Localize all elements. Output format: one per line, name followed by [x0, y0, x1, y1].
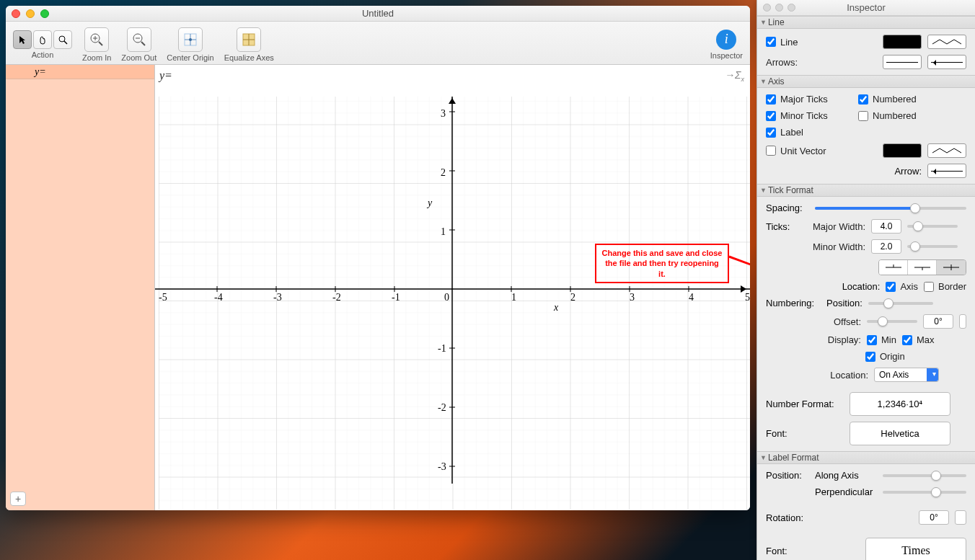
major-width-input[interactable] [871, 219, 901, 234]
tick-axis-checkbox[interactable] [886, 282, 896, 292]
arrow-end-button[interactable] [927, 55, 966, 69]
svg-text:3: 3 [441, 108, 446, 119]
unit-vector-style[interactable] [927, 143, 966, 158]
minor-width-input[interactable] [871, 239, 901, 254]
numbering-position-slider[interactable] [868, 302, 933, 305]
add-equation-button[interactable]: + [10, 492, 26, 506]
equation-row[interactable]: y= [6, 65, 154, 79]
major-width-slider[interactable] [907, 225, 958, 228]
zoom-out-button[interactable] [127, 27, 151, 52]
section-line[interactable]: ▼Line [757, 16, 975, 29]
zoom-tool[interactable] [53, 30, 72, 49]
unit-vector-checkbox[interactable] [766, 146, 776, 156]
svg-text:-1: -1 [438, 343, 446, 354]
tick-border-checkbox[interactable] [924, 282, 934, 292]
window-controls [12, 9, 49, 18]
maximize-button[interactable] [40, 9, 49, 18]
svg-text:2: 2 [570, 292, 575, 303]
equation-sidebar: y= + [6, 65, 155, 510]
svg-text:-2: -2 [438, 402, 446, 413]
content-area: y= + y= →Σx [6, 65, 750, 510]
svg-text:2: 2 [441, 167, 446, 178]
zoom-out-label: Zoom Out [121, 53, 156, 62]
numbering-location-select[interactable]: On Axis [874, 368, 939, 382]
inspector-window-controls [763, 4, 795, 12]
coordinate-grid: -5 -4 -3 -2 -1 0 1 2 3 4 5 1 2 3 -1 -2 [155, 65, 750, 510]
graph-canvas[interactable]: y= →Σx [155, 65, 750, 510]
offset-slider[interactable] [867, 320, 917, 323]
inspector-maximize-button[interactable] [788, 4, 795, 12]
zoom-in-group: Zoom In [82, 27, 111, 62]
section-label-format[interactable]: ▼Label Format [757, 451, 975, 464]
section-axis[interactable]: ▼Axis [757, 75, 975, 88]
inspector-label: Inspector [710, 51, 743, 60]
select-tool[interactable] [13, 30, 32, 49]
axis-label-checkbox[interactable] [766, 128, 776, 138]
annotation-callout: Change this and save and close the file … [595, 244, 729, 283]
numbered2-checkbox[interactable] [858, 111, 868, 121]
svg-text:y: y [426, 197, 433, 208]
svg-line-3 [99, 42, 102, 45]
tick-style-segment[interactable] [878, 259, 966, 275]
line-style-button[interactable] [927, 35, 966, 49]
svg-text:3: 3 [630, 292, 635, 303]
svg-text:x: x [553, 302, 559, 313]
minimize-button[interactable] [26, 9, 35, 18]
equalize-axes-group: Equalize Axes [224, 27, 274, 62]
rotation-stepper[interactable] [955, 510, 966, 525]
tick-font-button[interactable]: Helvetica [850, 422, 950, 445]
center-origin-button[interactable] [178, 27, 203, 52]
inspector-button[interactable]: i [716, 30, 736, 50]
svg-text:-3: -3 [438, 461, 446, 472]
close-button[interactable] [12, 9, 20, 18]
perpendicular-slider[interactable] [883, 491, 966, 494]
svg-line-1 [64, 41, 67, 44]
unit-vector-color[interactable] [883, 143, 922, 158]
titlebar: Untitled [6, 6, 750, 22]
equalize-axes-label: Equalize Axes [224, 53, 274, 62]
numbered1-checkbox[interactable] [858, 94, 868, 105]
zoom-in-button[interactable] [84, 27, 109, 52]
svg-text:-5: -5 [159, 292, 167, 303]
svg-point-12 [189, 38, 192, 41]
svg-rect-17 [159, 97, 750, 510]
label-font-button[interactable]: Times [865, 538, 966, 560]
axis-arrow-button[interactable] [927, 164, 966, 178]
action-tool-group: Action [13, 30, 72, 59]
zoom-out-group: Zoom Out [121, 27, 156, 62]
display-max-checkbox[interactable] [902, 335, 912, 345]
offset-stepper[interactable] [959, 314, 966, 329]
rotation-input[interactable] [919, 510, 949, 525]
inspector-title: Inspector [847, 2, 885, 13]
svg-text:1: 1 [441, 226, 446, 237]
main-window: Untitled Action Zoom In Zoom Out Center … [6, 6, 750, 510]
zoom-in-label: Zoom In [82, 53, 111, 62]
section-tick-format[interactable]: ▼Tick Format [757, 184, 975, 197]
line-color-swatch[interactable] [883, 35, 922, 49]
inspector-close-button[interactable] [763, 4, 771, 12]
inspector-toggle-group: i Inspector [710, 30, 743, 60]
toolbar: Action Zoom In Zoom Out Center Origin Eq… [6, 22, 750, 65]
svg-text:-4: -4 [214, 292, 223, 303]
svg-text:4: 4 [689, 292, 694, 303]
arrow-start-button[interactable] [883, 55, 922, 69]
major-ticks-checkbox[interactable] [766, 94, 776, 105]
inspector-minimize-button[interactable] [775, 4, 783, 12]
svg-text:-1: -1 [392, 292, 400, 303]
svg-text:-3: -3 [273, 292, 282, 303]
spacing-slider[interactable] [815, 207, 966, 210]
svg-point-0 [59, 36, 65, 42]
along-axis-slider[interactable] [883, 474, 966, 477]
number-format-button[interactable]: 1,2346·10⁴ [850, 392, 950, 416]
svg-line-7 [141, 42, 145, 45]
pan-tool[interactable] [33, 30, 52, 49]
equalize-axes-button[interactable] [237, 27, 261, 52]
action-label: Action [32, 50, 54, 59]
offset-input[interactable] [923, 314, 953, 329]
minor-ticks-checkbox[interactable] [766, 111, 776, 121]
line-checkbox[interactable] [766, 37, 776, 47]
display-min-checkbox[interactable] [867, 335, 877, 345]
display-origin-checkbox[interactable] [865, 352, 875, 362]
minor-width-slider[interactable] [907, 245, 958, 248]
inspector-panel: Inspector ▼Line Line Arrows: ▼Axis Major… [756, 0, 975, 560]
